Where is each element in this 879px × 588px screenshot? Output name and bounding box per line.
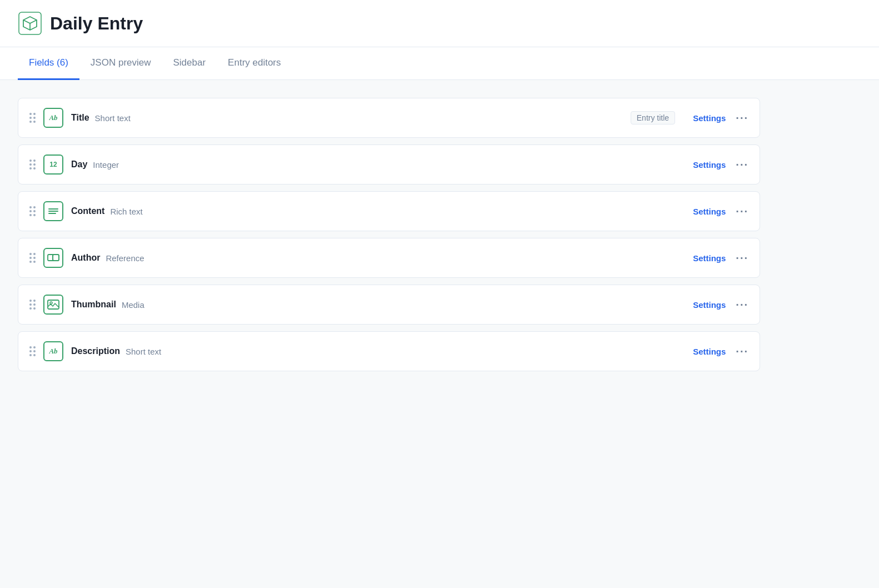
field-row-description: Ab Description Short text Settings ··· bbox=[18, 331, 760, 371]
field-name-author: Author bbox=[71, 253, 100, 263]
tab-json-preview[interactable]: JSON preview bbox=[79, 47, 162, 80]
field-icon-author bbox=[43, 248, 63, 268]
more-menu-thumbnail[interactable]: ··· bbox=[736, 298, 748, 311]
page-header: Daily Entry bbox=[0, 0, 879, 47]
settings-button-content[interactable]: Settings bbox=[693, 207, 726, 216]
more-menu-author[interactable]: ··· bbox=[736, 252, 748, 265]
svg-rect-3 bbox=[53, 255, 59, 261]
more-menu-day[interactable]: ··· bbox=[736, 158, 748, 171]
field-icon-day: 12 bbox=[43, 155, 63, 175]
settings-button-author[interactable]: Settings bbox=[693, 253, 726, 263]
tab-fields[interactable]: Fields (6) bbox=[18, 47, 79, 80]
more-menu-content[interactable]: ··· bbox=[736, 205, 748, 218]
field-name-title: Title bbox=[71, 113, 89, 123]
field-name-thumbnail: Thumbnail bbox=[71, 300, 116, 310]
field-row-thumbnail: Thumbnail Media Settings ··· bbox=[18, 285, 760, 325]
field-icon-description: Ab bbox=[43, 341, 63, 361]
tab-entry-editors[interactable]: Entry editors bbox=[217, 47, 292, 80]
field-type-content: Rich text bbox=[110, 207, 142, 216]
field-icon-title: Ab bbox=[43, 108, 63, 128]
field-type-thumbnail: Media bbox=[122, 300, 144, 310]
tabs-bar: Fields (6) JSON preview Sidebar Entry ed… bbox=[0, 47, 879, 80]
field-icon-thumbnail bbox=[43, 295, 63, 315]
field-name-day: Day bbox=[71, 160, 87, 170]
more-menu-title[interactable]: ··· bbox=[736, 112, 748, 124]
field-row-author: Author Reference Settings ··· bbox=[18, 238, 760, 278]
main-content: Ab Title Short text Entry title Settings… bbox=[0, 80, 778, 396]
drag-handle-author[interactable] bbox=[29, 253, 36, 263]
field-name-description: Description bbox=[71, 346, 120, 356]
drag-handle-day[interactable] bbox=[29, 160, 36, 170]
field-type-author: Reference bbox=[106, 253, 144, 263]
app-icon bbox=[18, 11, 42, 36]
field-row-day: 12 Day Integer Settings ··· bbox=[18, 144, 760, 185]
field-type-description: Short text bbox=[126, 347, 161, 356]
drag-handle-description[interactable] bbox=[29, 346, 36, 356]
settings-button-title[interactable]: Settings bbox=[693, 113, 726, 123]
field-type-title: Short text bbox=[95, 113, 131, 123]
more-menu-description[interactable]: ··· bbox=[736, 345, 748, 358]
drag-handle-content[interactable] bbox=[29, 206, 36, 216]
settings-button-day[interactable]: Settings bbox=[693, 160, 726, 170]
page-title: Daily Entry bbox=[50, 13, 143, 34]
field-icon-content bbox=[43, 201, 63, 221]
tab-sidebar[interactable]: Sidebar bbox=[162, 47, 217, 80]
field-row-content: Content Rich text Settings ··· bbox=[18, 191, 760, 231]
drag-handle-thumbnail[interactable] bbox=[29, 300, 36, 310]
settings-button-description[interactable]: Settings bbox=[693, 347, 726, 356]
field-type-day: Integer bbox=[93, 160, 119, 170]
drag-handle-title[interactable] bbox=[29, 113, 36, 123]
field-badge-title: Entry title bbox=[631, 111, 675, 124]
field-row-title: Ab Title Short text Entry title Settings… bbox=[18, 98, 760, 138]
settings-button-thumbnail[interactable]: Settings bbox=[693, 300, 726, 310]
field-name-content: Content bbox=[71, 206, 104, 216]
